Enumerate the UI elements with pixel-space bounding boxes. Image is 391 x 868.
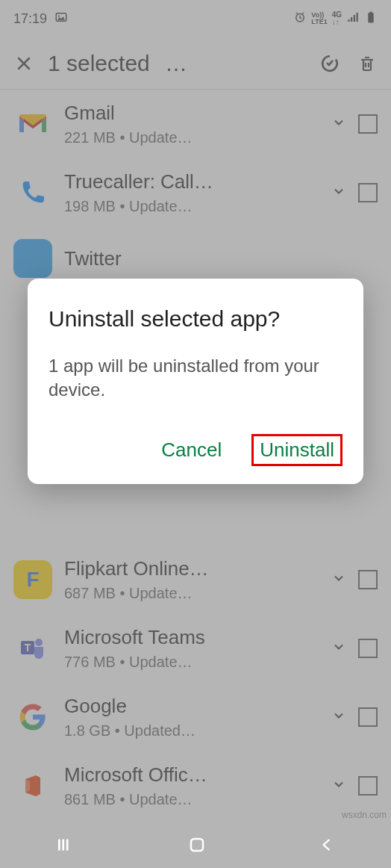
home-button[interactable] [188,836,206,857]
dialog-title: Uninstall selected app? [49,304,342,333]
watermark: wsxdn.com [342,810,387,820]
recents-button[interactable] [56,835,75,858]
cancel-button[interactable]: Cancel [154,434,229,466]
uninstall-dialog: Uninstall selected app? 1 app will be un… [28,279,363,484]
svg-rect-8 [191,839,203,851]
uninstall-button[interactable]: Uninstall [251,434,342,466]
android-navbar [0,825,391,868]
dialog-message: 1 app will be uninstalled from your devi… [49,354,342,403]
back-button[interactable] [319,837,335,856]
